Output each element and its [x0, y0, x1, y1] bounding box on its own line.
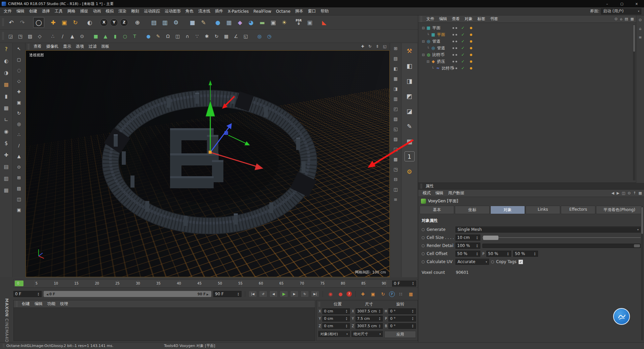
- object-row[interactable]: └ ◎ 管道 ✓: [418, 45, 636, 51]
- help-icon[interactable]: ?: [2, 45, 11, 54]
- toolbar-grip[interactable]: [2, 18, 4, 27]
- last-tool-button[interactable]: ◐: [84, 17, 95, 28]
- enable-check-icon[interactable]: ✓: [461, 52, 465, 57]
- menu-item[interactable]: 创建: [27, 8, 40, 14]
- side-tool-icon[interactable]: ▧: [392, 115, 399, 122]
- wire-cube3-icon[interactable]: ◩: [405, 91, 415, 101]
- deformer-button[interactable]: ◆: [234, 17, 246, 28]
- object-label[interactable]: 管道: [431, 39, 440, 44]
- expander-icon[interactable]: ⊟: [421, 53, 426, 57]
- object-row[interactable]: └ ≈ 比特币 ✓: [418, 65, 636, 71]
- menu-item[interactable]: 工具: [52, 8, 65, 14]
- position-y-field[interactable]: 0 cm: [322, 316, 350, 321]
- tab-effectors[interactable]: Effectors: [561, 206, 595, 214]
- autokey-button[interactable]: ●: [336, 291, 344, 297]
- edges-mini-icon[interactable]: /: [15, 141, 23, 150]
- stack-c-icon[interactable]: ▦: [2, 186, 11, 195]
- object-row[interactable]: └ ▦ 平面 ✓: [418, 31, 636, 38]
- coord-system-button[interactable]: ⊕: [132, 17, 143, 28]
- scale-tool-button[interactable]: ▣: [59, 17, 70, 28]
- visibility-dots-icon[interactable]: [452, 27, 454, 29]
- snap-mini-icon[interactable]: ⊙: [15, 163, 23, 171]
- cell-offset-x-field[interactable]: 50 %: [455, 251, 480, 257]
- rotate-tool-button[interactable]: ↻: [70, 17, 81, 28]
- object-row[interactable]: ⊟ ▦ 平面 ✓: [418, 24, 636, 31]
- calculate-uv-select[interactable]: Accurate ▾: [455, 259, 489, 265]
- om-scrollbar[interactable]: [633, 24, 635, 181]
- primitive-cube-button[interactable]: ■: [187, 17, 198, 28]
- side-tool-icon[interactable]: ◱: [392, 126, 399, 132]
- tag-dot-icon[interactable]: [470, 27, 472, 29]
- move-tool-button[interactable]: ✚: [48, 17, 59, 28]
- grid-mini-icon[interactable]: ⊞: [15, 173, 23, 182]
- maximize-button[interactable]: ▢: [614, 0, 629, 7]
- enable-check-icon[interactable]: ✓: [461, 39, 465, 44]
- expander-icon[interactable]: ⊟: [426, 60, 430, 63]
- paint-brush-button[interactable]: ✎: [153, 32, 163, 41]
- measure-tool-button[interactable]: ∠: [231, 32, 241, 41]
- render-picture-viewer-button[interactable]: ▥: [159, 17, 170, 28]
- material-menu-item[interactable]: 纹理: [58, 301, 70, 307]
- menu-item[interactable]: RealFlow: [251, 9, 274, 14]
- stack-b-icon[interactable]: ▥: [2, 174, 11, 183]
- panel-grip[interactable]: [16, 301, 18, 307]
- shader-ball-icon[interactable]: ◐: [2, 56, 11, 65]
- spin-buttons[interactable]: [345, 316, 348, 321]
- menu-item[interactable]: 文件: [1, 8, 14, 14]
- poly-select-icon[interactable]: ◇: [15, 77, 23, 85]
- interface-select[interactable]: 启动 (用户) ▾: [601, 8, 641, 14]
- coord-size-select[interactable]: 绝对尺寸▾: [352, 331, 383, 337]
- menu-item[interactable]: Octane: [274, 9, 293, 14]
- array-grid-button[interactable]: ▦: [221, 32, 231, 41]
- end-frame-field[interactable]: 90 F: [213, 291, 241, 297]
- object-label[interactable]: 挤压: [436, 59, 445, 64]
- tab-links[interactable]: Links: [526, 206, 560, 214]
- anim-dot-icon[interactable]: [422, 236, 425, 239]
- object-row[interactable]: ⊟ ◆ 挤压 ✓: [418, 58, 636, 65]
- scale-key-button[interactable]: ▣: [369, 291, 377, 297]
- corner-tool-icon[interactable]: ∟: [2, 115, 11, 124]
- ruler-frame-field[interactable]: 0 F: [392, 281, 416, 287]
- search-icon[interactable]: ⊙: [628, 191, 631, 195]
- anim-dot-icon[interactable]: [491, 260, 494, 263]
- viewport-menu-item[interactable]: 选项: [73, 44, 86, 49]
- minimize-button[interactable]: –: [600, 0, 614, 7]
- visibility-dots-icon[interactable]: [452, 41, 454, 42]
- plugin-wrench-icon[interactable]: ⚒: [405, 46, 415, 56]
- menu-item[interactable]: 运动图形: [162, 8, 183, 14]
- coord-mode-select[interactable]: 对象(相对)▾: [318, 331, 350, 337]
- attr-menu-item[interactable]: 用户数据: [446, 190, 467, 196]
- anim-dot-icon[interactable]: [422, 252, 425, 255]
- om-menu-item[interactable]: 书签: [488, 16, 500, 22]
- enable-check-icon[interactable]: ✓: [461, 32, 465, 37]
- spin-buttons[interactable]: [476, 251, 479, 256]
- license-icon[interactable]: $: [2, 139, 11, 148]
- edge-search-icon[interactable]: ⊙: [638, 17, 643, 22]
- side-tool-icon[interactable]: ◨: [392, 85, 399, 92]
- object-label[interactable]: 平面: [431, 25, 440, 31]
- poly-pen-icon[interactable]: ✎: [405, 121, 415, 131]
- tag-dot-icon[interactable]: [470, 47, 472, 49]
- primitive-cone-button[interactable]: ▲: [101, 32, 110, 41]
- record-options-button[interactable]: ?: [346, 291, 352, 297]
- redo-icon[interactable]: ↷: [17, 17, 28, 28]
- spin-buttons[interactable]: [476, 235, 479, 240]
- frame-range-slider[interactable]: 0 F 90 F: [44, 291, 211, 297]
- model-mode-button[interactable]: ◳: [15, 32, 25, 41]
- enable-snap-button[interactable]: ⊙: [77, 32, 87, 41]
- position-z-field[interactable]: 0 cm: [322, 323, 350, 329]
- edge-home-icon[interactable]: ⌂: [638, 26, 643, 31]
- viewport-scene[interactable]: [26, 51, 389, 277]
- anim-dot-icon[interactable]: [422, 244, 425, 247]
- texture-mode-button[interactable]: ▨: [25, 32, 35, 41]
- toolbar-grip[interactable]: [2, 32, 4, 40]
- goto-end-button[interactable]: ▶|: [311, 291, 319, 297]
- spin-buttons[interactable]: [506, 251, 509, 256]
- panel-icon[interactable]: ▦: [639, 191, 642, 195]
- expander-icon[interactable]: └: [430, 66, 435, 70]
- pan-view-icon[interactable]: ✚: [360, 44, 366, 50]
- cell-size-field[interactable]: 10 cm: [455, 235, 480, 241]
- material-list-area[interactable]: [14, 308, 315, 341]
- position-x-field[interactable]: 0 cm: [322, 308, 350, 314]
- side-tool-icon[interactable]: ≡: [392, 196, 399, 203]
